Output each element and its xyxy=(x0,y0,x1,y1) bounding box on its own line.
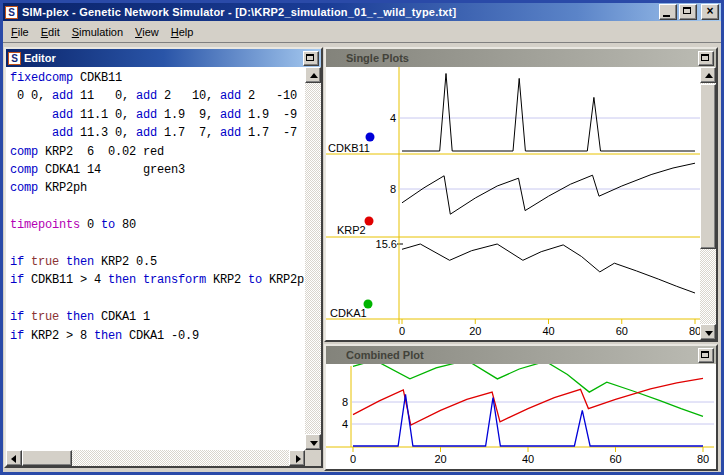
maximize-icon xyxy=(701,54,709,61)
menu-bar: FileEditSimulationViewHelp xyxy=(3,21,721,42)
editor-horizontal-scrollbar[interactable] xyxy=(6,450,305,466)
editor-icon: S xyxy=(8,52,21,65)
code-line: add 11.3 0, add 1.7 7, add 1.7 -7 xyxy=(10,124,305,142)
svg-text:80: 80 xyxy=(689,325,700,337)
arrow-left-icon xyxy=(11,455,16,463)
svg-text:20: 20 xyxy=(469,325,481,337)
scroll-right-button[interactable] xyxy=(289,450,305,466)
svg-text:8: 8 xyxy=(342,396,348,408)
svg-text:40: 40 xyxy=(522,453,534,465)
code-line: timepoints 0 to 80 xyxy=(10,216,305,234)
app-window: { "window": { "title": "SIM-plex - Genet… xyxy=(0,0,724,475)
svg-text:0: 0 xyxy=(399,325,405,337)
arrow-down-icon xyxy=(705,331,713,336)
svg-text:60: 60 xyxy=(616,325,628,337)
code-line: if true then KRP2 0.5 xyxy=(10,253,305,271)
svg-text:60: 60 xyxy=(609,453,621,465)
combined-plot-svg: 48020406080 xyxy=(326,364,716,469)
code-line xyxy=(10,290,305,308)
svg-text:20: 20 xyxy=(434,453,446,465)
combined-plot-maximize-button[interactable] xyxy=(698,348,714,363)
editor-titlebar[interactable]: S Editor xyxy=(6,49,321,67)
menu-item-help[interactable]: Help xyxy=(165,23,200,41)
single-plots-body: 4CDKB118KRP215.6CDKA1020406080 xyxy=(326,67,716,340)
horizontal-scroll-thumb[interactable] xyxy=(22,450,72,466)
combined-plot-titlebar[interactable]: Combined Plot xyxy=(326,346,716,364)
editor-vertical-scrollbar[interactable] xyxy=(305,67,321,450)
arrow-down-icon xyxy=(310,441,318,446)
maximize-icon xyxy=(683,7,691,14)
menu-item-edit[interactable]: Edit xyxy=(35,23,66,41)
single-plots-title: Single Plots xyxy=(328,52,695,64)
scroll-up-button[interactable] xyxy=(700,67,716,83)
svg-text:8: 8 xyxy=(390,183,396,195)
single-plots-panel: Single Plots 4CDKB118KRP215.6CDKA1020406… xyxy=(324,47,718,342)
code-line: if CDKB11 > 4 then transform KRP2 to KRP… xyxy=(10,271,305,289)
code-line: if true then CDKA1 1 xyxy=(10,308,305,326)
editor-maximize-button[interactable] xyxy=(303,51,319,66)
scroll-up-button[interactable] xyxy=(305,67,321,83)
minimize-button[interactable] xyxy=(659,4,677,20)
code-line xyxy=(10,235,305,253)
arrow-up-icon xyxy=(310,73,318,78)
svg-text:KRP2: KRP2 xyxy=(337,224,366,236)
editor-panel: S Editor fixedcomp CDKB11 0 0, add 11 0,… xyxy=(4,47,323,468)
svg-text:0: 0 xyxy=(350,453,356,465)
maximize-button[interactable] xyxy=(679,4,697,20)
app-icon[interactable]: S xyxy=(5,6,18,19)
mdi-client: S Editor fixedcomp CDKB11 0 0, add 11 0,… xyxy=(3,42,721,472)
svg-text:4: 4 xyxy=(342,418,348,430)
arrow-right-icon xyxy=(296,455,301,463)
minimize-icon xyxy=(663,15,670,17)
maximize-icon xyxy=(701,351,709,358)
svg-text:40: 40 xyxy=(542,325,554,337)
combined-plot-panel: Combined Plot 48020406080 xyxy=(324,344,718,471)
combined-plot-title: Combined Plot xyxy=(328,349,695,361)
single-plots-svg: 4CDKB118KRP215.6CDKA1020406080 xyxy=(326,67,700,340)
maximize-icon xyxy=(306,54,314,61)
single-plots-scrollbar[interactable] xyxy=(700,67,716,340)
scroll-left-button[interactable] xyxy=(6,450,22,466)
menu-item-file[interactable]: File xyxy=(5,23,35,41)
code-line: add 11.1 0, add 1.9 9, add 1.9 -9 xyxy=(10,106,305,124)
single-plots-maximize-button[interactable] xyxy=(698,51,714,66)
arrow-up-icon xyxy=(705,73,713,78)
svg-text:CDKA1: CDKA1 xyxy=(330,307,367,319)
svg-text:CDKB11: CDKB11 xyxy=(328,142,370,154)
menu-item-view[interactable]: View xyxy=(129,23,165,41)
editor-body: fixedcomp CDKB11 0 0, add 11 0, add 2 10… xyxy=(6,67,321,466)
combined-plot-body: 48020406080 xyxy=(326,364,716,469)
editor-title: Editor xyxy=(24,52,300,64)
svg-text:15.6: 15.6 xyxy=(376,238,397,250)
code-line: comp KRP2 6 0.02 red xyxy=(10,143,305,161)
single-plots-titlebar[interactable]: Single Plots xyxy=(326,49,716,67)
window-titlebar[interactable]: S SIM-plex - Genetic Network Simulator -… xyxy=(3,3,721,21)
menu-item-simulation[interactable]: Simulation xyxy=(66,23,129,41)
code-line: if KRP2 > 8 then CDKA1 -0.9 xyxy=(10,327,305,345)
window-title: SIM-plex - Genetic Network Simulator - [… xyxy=(22,6,655,18)
code-line: comp KRP2ph xyxy=(10,179,305,197)
close-icon: × xyxy=(702,4,718,18)
svg-text:4: 4 xyxy=(390,112,396,124)
code-line: comp CDKA1 14 green3 xyxy=(10,161,305,179)
close-button[interactable]: × xyxy=(701,4,719,20)
code-editor[interactable]: fixedcomp CDKB11 0 0, add 11 0, add 2 10… xyxy=(6,67,305,450)
scroll-down-button[interactable] xyxy=(700,324,716,340)
svg-text:80: 80 xyxy=(697,453,709,465)
vertical-scroll-thumb[interactable] xyxy=(700,84,716,249)
code-line xyxy=(10,198,305,216)
scrollbar-corner xyxy=(305,450,321,466)
code-line: 0 0, add 11 0, add 2 10, add 2 -10 xyxy=(10,87,305,105)
code-line: fixedcomp CDKB11 xyxy=(10,69,305,87)
scroll-down-button[interactable] xyxy=(305,434,321,450)
